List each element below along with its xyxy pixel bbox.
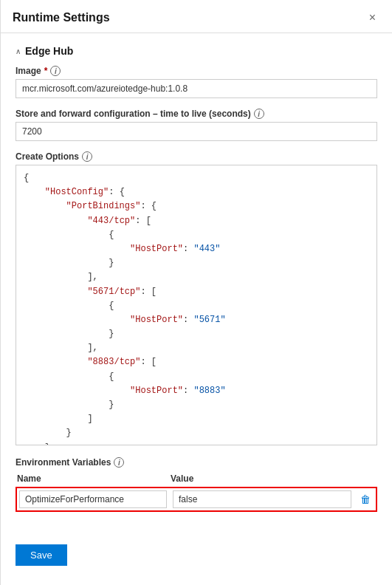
- env-variables-info-icon[interactable]: i: [114, 457, 124, 468]
- create-options-field-group: Create Options i { "HostConfig": { "Port…: [16, 151, 377, 445]
- edge-hub-section-header[interactable]: ∧ Edge Hub: [16, 45, 377, 57]
- image-label: Image * i: [16, 66, 377, 76]
- store-forward-label: Store and forward configuration – time t…: [16, 109, 377, 119]
- required-indicator: *: [44, 66, 48, 76]
- create-options-label: Create Options i: [16, 151, 377, 162]
- close-button[interactable]: ×: [365, 10, 380, 25]
- store-forward-field-group: Store and forward configuration – time t…: [16, 109, 377, 141]
- image-input[interactable]: [16, 79, 377, 98]
- store-forward-input[interactable]: [16, 122, 377, 141]
- env-variables-section: Environment Variables i Name Value 🗑: [16, 457, 377, 512]
- panel-header: Runtime Settings ×: [1, 0, 392, 33]
- env-row: 🗑: [16, 487, 377, 512]
- env-name-input[interactable]: [19, 490, 167, 508]
- image-field-group: Image * i: [16, 66, 377, 98]
- panel-title: Runtime Settings: [13, 11, 110, 24]
- delete-env-row-button[interactable]: 🗑: [357, 492, 374, 507]
- env-col-name-header: Name: [17, 473, 165, 484]
- edge-hub-section-title: Edge Hub: [25, 45, 73, 57]
- create-options-editor[interactable]: { "HostConfig": { "PortBindings": { "443…: [16, 165, 377, 445]
- save-button[interactable]: Save: [16, 544, 67, 566]
- env-col-value-header: Value: [171, 473, 376, 484]
- env-value-input[interactable]: [173, 490, 351, 508]
- image-info-icon[interactable]: i: [50, 66, 61, 76]
- chevron-down-icon: ∧: [16, 47, 21, 55]
- create-options-info-icon[interactable]: i: [82, 151, 92, 162]
- panel-body: ∧ Edge Hub Image * i Store and forward c…: [1, 33, 392, 524]
- panel-footer: Save: [1, 524, 392, 581]
- store-forward-info-icon[interactable]: i: [254, 109, 264, 119]
- env-table-header: Name Value: [16, 473, 377, 484]
- runtime-settings-panel: Runtime Settings × ∧ Edge Hub Image * i …: [0, 0, 392, 585]
- env-variables-label: Environment Variables i: [16, 457, 377, 468]
